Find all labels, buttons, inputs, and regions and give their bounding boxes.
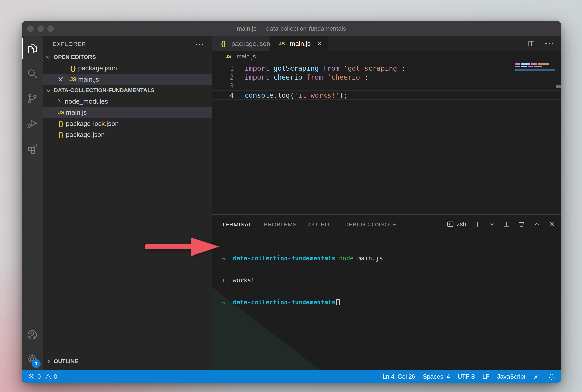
close-tab-icon[interactable]: [316, 40, 323, 47]
json-file-icon: {}: [68, 65, 78, 72]
zoom-window-button[interactable]: [47, 25, 54, 32]
window-title: main.js — data-collection-fundamentals: [22, 25, 561, 32]
activity-run-debug-button[interactable]: [22, 111, 43, 136]
section-workspace-folder[interactable]: DATA-COLLECTION-FUNDAMENTALS: [43, 85, 212, 96]
js-file-icon: JS: [68, 76, 78, 82]
trash-icon[interactable]: [518, 220, 525, 228]
close-window-button[interactable]: [27, 25, 34, 32]
code-line-4-current: 4 console.log('it works!');: [212, 90, 561, 100]
tab-debug-console[interactable]: DEBUG CONSOLE: [344, 221, 396, 231]
section-outline[interactable]: OUTLINE: [43, 356, 212, 366]
code-editor[interactable]: 1 import gotScraping from 'got-scraping'…: [212, 62, 561, 214]
terminal-icon: [447, 220, 454, 228]
chevron-right-icon: [56, 98, 62, 105]
eol-sequence[interactable]: LF: [482, 373, 489, 380]
notifications-bell-icon[interactable]: [548, 373, 555, 380]
terminal-output[interactable]: → data-collection-fundamentals node main…: [222, 240, 383, 321]
terminal-line-prompt: → data-collection-fundamentals: [222, 299, 383, 306]
editor-more-actions-button[interactable]: [544, 42, 554, 46]
titlebar[interactable]: main.js — data-collection-fundamentals: [22, 21, 561, 36]
explorer-sidebar: EXPLORER OPEN EDITORS {} package.json JS…: [43, 36, 212, 370]
maximize-panel-icon[interactable]: [533, 220, 541, 228]
code-line-2: 2 import cheerio from 'cheerio';: [212, 73, 561, 82]
tree-item-package-lock-json[interactable]: {} package-lock.json: [43, 118, 212, 129]
language-mode[interactable]: JavaScript: [497, 373, 525, 380]
shell-selector[interactable]: zsh: [447, 220, 466, 228]
split-terminal-icon[interactable]: [503, 220, 510, 228]
js-file-icon: JS: [277, 41, 287, 47]
status-bar: 0 0 Ln 4, Col 26 Spaces: 4 UTF-8 LF Java…: [22, 370, 561, 383]
terminal-line-output: it works!: [222, 277, 383, 284]
code-line-3: 3: [212, 82, 561, 90]
json-file-icon: {}: [56, 131, 66, 139]
terminal-line-command: → data-collection-fundamentals node main…: [222, 255, 383, 262]
tree-item-main-js[interactable]: JS main.js: [43, 107, 212, 118]
settings-badge: 1: [32, 359, 41, 368]
new-terminal-icon[interactable]: [474, 220, 481, 228]
overview-ruler-cursor-marker: [556, 85, 561, 88]
traffic-lights: [27, 25, 54, 32]
tab-main-js[interactable]: JS main.js: [270, 36, 328, 51]
activity-settings-button[interactable]: 1: [22, 347, 43, 370]
json-file-icon: {}: [56, 120, 66, 127]
extensions-icon: [26, 142, 38, 154]
tab-terminal[interactable]: TERMINAL: [222, 221, 252, 231]
files-icon: [26, 43, 38, 55]
terminal-cursor: [336, 299, 340, 305]
minimize-window-button[interactable]: [37, 25, 44, 32]
cursor-position[interactable]: Ln 4, Col 26: [383, 373, 415, 380]
panel-actions: zsh: [447, 220, 556, 228]
run-debug-icon: [26, 117, 38, 129]
minimap[interactable]: [515, 63, 555, 71]
js-file-icon: JS: [223, 53, 233, 60]
editor-group: {} package.json JS main.js JS main.js: [212, 36, 561, 370]
breadcrumb-file: main.js: [237, 53, 256, 60]
close-icon[interactable]: [57, 75, 64, 83]
chevron-down-icon: [45, 87, 52, 94]
activity-extensions-button[interactable]: [22, 136, 43, 161]
activity-bar: 1: [22, 36, 43, 370]
bottom-panel: TERMINAL PROBLEMS OUTPUT DEBUG CONSOLE z…: [212, 214, 561, 370]
feedback-icon[interactable]: [533, 373, 540, 380]
account-icon: [26, 329, 38, 341]
source-control-icon: [26, 93, 38, 104]
error-icon: [28, 373, 35, 380]
open-editor-main-js[interactable]: JS main.js: [43, 74, 212, 85]
problems-indicator[interactable]: 0 0: [28, 373, 57, 380]
chevron-right-icon: [45, 358, 52, 365]
chevron-down-icon: [45, 54, 52, 61]
json-file-icon: {}: [218, 40, 228, 47]
activity-explorer-button[interactable]: [22, 36, 43, 61]
tab-problems[interactable]: PROBLEMS: [264, 221, 297, 231]
activity-search-button[interactable]: [22, 61, 43, 86]
vscode-window: main.js — data-collection-fundamentals: [22, 21, 561, 383]
sidebar-title: EXPLORER: [53, 41, 86, 47]
search-icon: [26, 68, 38, 80]
activity-accounts-button[interactable]: [22, 322, 43, 347]
section-open-editors[interactable]: OPEN EDITORS: [43, 52, 212, 63]
close-panel-icon[interactable]: [548, 220, 556, 228]
breadcrumb[interactable]: JS main.js: [212, 51, 561, 62]
encoding[interactable]: UTF-8: [458, 373, 475, 380]
js-file-icon: JS: [56, 109, 66, 115]
warning-icon: [45, 373, 52, 380]
tree-item-package-json[interactable]: {} package.json: [43, 129, 212, 140]
indentation[interactable]: Spaces: 4: [423, 373, 450, 380]
tree-item-node-modules[interactable]: node_modules: [43, 96, 212, 107]
activity-source-control-button[interactable]: [22, 86, 43, 111]
chevron-down-icon[interactable]: [489, 220, 495, 228]
explorer-more-actions-button[interactable]: [194, 42, 205, 46]
split-editor-icon[interactable]: [527, 40, 535, 48]
tab-package-json[interactable]: {} package.json: [212, 36, 269, 51]
open-editor-package-json[interactable]: {} package.json: [43, 63, 212, 74]
code-line-1: 1 import gotScraping from 'got-scraping'…: [212, 64, 561, 73]
tab-output[interactable]: OUTPUT: [308, 221, 333, 231]
tab-bar: {} package.json JS main.js: [212, 36, 561, 51]
